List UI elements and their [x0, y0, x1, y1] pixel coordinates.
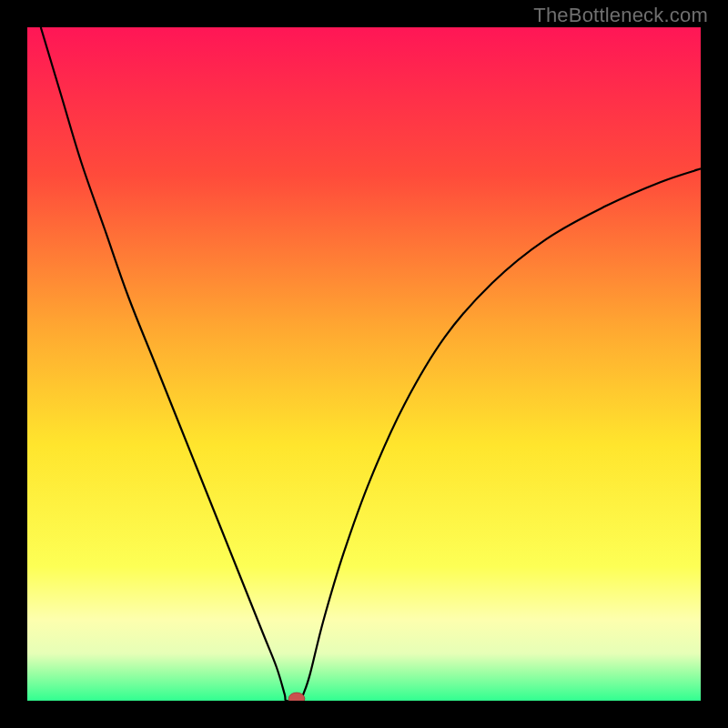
- bottleneck-chart: [27, 27, 701, 701]
- outer-frame: TheBottleneck.com: [0, 0, 728, 728]
- chart-background: [27, 27, 701, 701]
- watermark-label: TheBottleneck.com: [533, 4, 708, 27]
